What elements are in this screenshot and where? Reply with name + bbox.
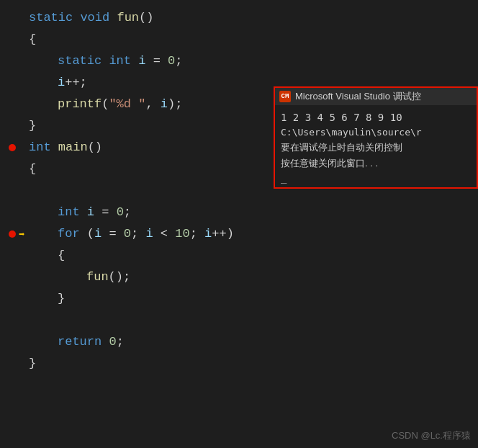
breakpoint-area	[6, 331, 19, 353]
line-content: for (i = 0; i < 10; i++)	[29, 223, 234, 245]
code-line: }	[0, 353, 478, 375]
breakpoint-area	[6, 72, 19, 94]
console-popup: CM Microsoft Visual Studio 调试控 1 2 3 4 5…	[274, 86, 478, 189]
line-content: }	[29, 115, 36, 137]
line-content: int i = 0;	[29, 202, 131, 223]
code-line: {	[0, 29, 478, 50]
breakpoint-area	[6, 223, 19, 245]
line-content: }	[29, 288, 65, 310]
console-cursor: _	[281, 171, 471, 183]
breakpoint-area	[6, 288, 19, 310]
breakpoint-area	[6, 310, 19, 331]
breakpoint-area	[6, 353, 19, 375]
code-line: }	[0, 288, 478, 310]
console-title: Microsoft Visual Studio 调试控	[295, 90, 421, 103]
line-content: return 0;	[29, 331, 124, 353]
code-line: int i = 0;	[0, 202, 478, 223]
breakpoint-area	[6, 137, 19, 158]
breakpoint-area	[6, 29, 19, 50]
watermark: CSDN @Lc.程序猿	[392, 429, 471, 442]
code-line: {	[0, 245, 478, 266]
code-line: ➡for (i = 0; i < 10; i++)	[0, 223, 478, 245]
breakpoint-dot	[9, 144, 16, 151]
breakpoint-area	[6, 158, 19, 180]
console-icon: CM	[279, 91, 291, 102]
code-editor: static void fun(){static int i = 0;i++;p…	[0, 0, 478, 448]
line-content: i++;	[29, 72, 87, 94]
breakpoint-area	[6, 245, 19, 266]
console-body: 1 2 3 4 5 6 7 8 9 10 C:\Users\mayulin\so…	[275, 105, 477, 187]
breakpoint-area	[6, 202, 19, 223]
breakpoint-dot	[9, 230, 16, 238]
breakpoint-area	[6, 94, 19, 115]
line-content: int main()	[29, 137, 102, 158]
line-content: {	[29, 158, 36, 180]
code-line: fun();	[0, 266, 478, 288]
breakpoint-area	[6, 50, 19, 72]
breakpoint-area	[6, 180, 19, 202]
line-content: static int i = 0;	[29, 50, 182, 72]
line-content: {	[29, 29, 36, 50]
line-content: static void fun()	[29, 7, 153, 29]
code-line	[0, 310, 478, 331]
code-line: static void fun()	[0, 7, 478, 29]
breakpoint-area	[6, 7, 19, 29]
console-titlebar: CM Microsoft Visual Studio 调试控	[275, 88, 477, 105]
arrow-indicator: ➡	[19, 228, 29, 241]
console-msg1: 要在调试停止时自动关闭控制	[281, 140, 471, 156]
console-path: C:\Users\mayulin\source\r	[281, 125, 471, 140]
breakpoint-area	[6, 115, 19, 137]
code-line: return 0;	[0, 331, 478, 353]
console-output: 1 2 3 4 5 6 7 8 9 10	[281, 109, 471, 125]
code-line: static int i = 0;	[0, 50, 478, 72]
line-content: printf("%d ", i);	[29, 94, 182, 115]
line-content: {	[29, 245, 65, 266]
console-msg2: 按任意键关闭此窗口. . .	[281, 156, 471, 171]
breakpoint-area	[6, 266, 19, 288]
line-content: }	[29, 353, 36, 375]
line-content: fun();	[29, 266, 130, 288]
